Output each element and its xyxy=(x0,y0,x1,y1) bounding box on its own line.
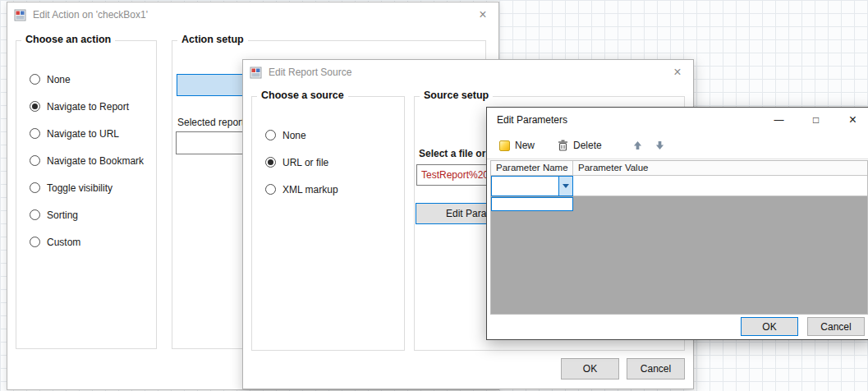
close-icon[interactable]: × xyxy=(834,108,868,131)
radio-option-xml-markup[interactable]: XML markup xyxy=(265,183,338,196)
group-label: Choose an action xyxy=(21,34,115,45)
parameters-toolbar: New Delete xyxy=(487,132,868,159)
parameter-name-combo xyxy=(491,176,573,196)
parameters-grid: Parameter Name Parameter Value xyxy=(490,160,868,315)
radio-icon xyxy=(30,155,40,166)
delete-button-label: Delete xyxy=(573,140,602,151)
new-icon xyxy=(499,140,510,151)
report-icon xyxy=(250,67,262,79)
parameter-name-editor[interactable] xyxy=(492,177,558,196)
window-controls: — □ × xyxy=(760,108,868,131)
arrow-down-icon xyxy=(655,140,664,150)
radio-label: XML markup xyxy=(282,184,338,196)
column-header-parameter-name[interactable]: Parameter Name xyxy=(491,161,573,175)
radio-option-navigate-to-bookmark[interactable]: Navigate to Bookmark xyxy=(30,154,144,167)
trash-icon xyxy=(558,140,568,151)
radio-label: Navigate to URL xyxy=(47,128,119,140)
group-label: Source setup xyxy=(420,90,493,101)
parameter-name-cell xyxy=(491,176,573,196)
choose-action-group: Choose an action None Navigate to Report… xyxy=(16,40,157,349)
file-field-label: Select a file or e xyxy=(419,148,494,159)
radio-label: URL or file xyxy=(282,157,328,168)
ok-button[interactable]: OK xyxy=(741,317,798,336)
move-up-button[interactable] xyxy=(629,137,646,154)
edit-parameters-dialog: Edit Parameters — □ × New Delete xyxy=(486,107,868,340)
radio-label: None xyxy=(282,130,306,141)
radio-label: Navigate to Bookmark xyxy=(47,155,144,167)
radio-option-url-or-file[interactable]: URL or file xyxy=(265,156,328,168)
new-parameter-button[interactable]: New xyxy=(494,136,540,154)
cancel-button[interactable]: Cancel xyxy=(807,317,865,336)
radio-label: Sorting xyxy=(47,209,78,221)
radio-option-navigate-to-report[interactable]: Navigate to Report xyxy=(30,100,129,113)
radio-option-navigate-to-url[interactable]: Navigate to URL xyxy=(30,127,119,140)
new-button-label: New xyxy=(515,140,535,151)
radio-icon-selected xyxy=(30,101,40,112)
radio-label: None xyxy=(47,74,71,85)
report-icon xyxy=(14,9,26,21)
dialog-title: Edit Report Source xyxy=(269,67,668,78)
radio-option-none[interactable]: None xyxy=(265,129,306,141)
close-icon[interactable]: × xyxy=(668,65,687,80)
radio-icon xyxy=(265,130,276,140)
cancel-button[interactable]: Cancel xyxy=(627,358,685,380)
group-label: Choose a source xyxy=(257,90,348,101)
close-icon[interactable]: × xyxy=(474,7,492,22)
group-label: Action setup xyxy=(177,34,248,45)
arrow-up-icon xyxy=(633,140,642,150)
minimize-icon[interactable]: — xyxy=(760,108,797,131)
parameter-value-cell[interactable] xyxy=(573,176,867,196)
edit-action-titlebar[interactable]: Edit Action on 'checkBox1' × xyxy=(7,2,498,27)
move-down-button[interactable] xyxy=(651,137,668,154)
column-header-parameter-value[interactable]: Parameter Value xyxy=(573,161,867,175)
grid-new-row xyxy=(491,176,867,196)
radio-icon xyxy=(30,209,40,220)
combo-dropdown-button[interactable] xyxy=(558,177,572,196)
edit-report-source-titlebar[interactable]: Edit Report Source × xyxy=(243,60,693,85)
dialog-title: Edit Action on 'checkBox1' xyxy=(33,9,474,21)
radio-icon xyxy=(30,182,40,193)
ok-button[interactable]: OK xyxy=(561,358,619,380)
radio-icon xyxy=(30,128,40,139)
radio-icon xyxy=(30,237,40,247)
grid-header-row: Parameter Name Parameter Value xyxy=(491,161,867,176)
choose-source-group: Choose a source None URL or file XML mar… xyxy=(251,96,405,351)
radio-icon-selected xyxy=(265,157,276,168)
radio-icon xyxy=(265,184,276,195)
chevron-down-icon xyxy=(563,184,569,188)
maximize-icon[interactable]: □ xyxy=(797,108,834,131)
radio-label: Navigate to Report xyxy=(47,101,129,113)
radio-option-custom[interactable]: Custom xyxy=(30,236,80,248)
radio-label: Custom xyxy=(47,237,80,248)
radio-icon xyxy=(30,74,40,85)
radio-option-sorting[interactable]: Sorting xyxy=(30,209,78,221)
delete-parameter-button[interactable]: Delete xyxy=(552,136,608,154)
selected-report-label: Selected report xyxy=(177,117,244,128)
combo-dropdown-list[interactable] xyxy=(491,197,573,211)
radio-option-toggle-visibility[interactable]: Toggle visibility xyxy=(30,182,113,194)
radio-label: Toggle visibility xyxy=(47,182,113,194)
radio-option-none[interactable]: None xyxy=(30,73,71,85)
